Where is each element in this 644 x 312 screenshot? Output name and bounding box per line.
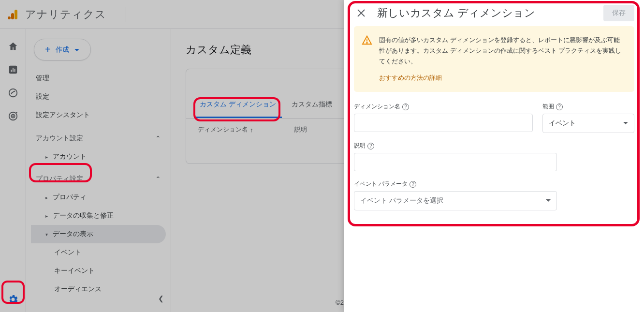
divider bbox=[126, 7, 126, 22]
description-input[interactable] bbox=[354, 153, 557, 171]
svg-rect-6 bbox=[11, 70, 12, 72]
nav-property-section[interactable]: プロパティ設定 ⌃ bbox=[31, 170, 166, 188]
svg-rect-0 bbox=[15, 10, 17, 19]
close-icon bbox=[357, 9, 366, 17]
dimension-name-input[interactable] bbox=[354, 114, 533, 132]
help-icon[interactable]: ? bbox=[556, 104, 563, 110]
panel-header: 新しいカスタム ディメンション 保存 bbox=[344, 0, 644, 26]
svg-point-2 bbox=[8, 16, 11, 19]
nav-data-collection[interactable]: ▸データの収集と修正 bbox=[31, 207, 166, 225]
help-icon[interactable]: ? bbox=[410, 181, 416, 188]
arrow-right-icon: ▸ bbox=[45, 213, 48, 219]
field-label: イベント パラメータ? bbox=[354, 180, 557, 188]
section-label: アカウント設定 bbox=[36, 134, 83, 143]
panel-title: 新しいカスタム ディメンション bbox=[377, 6, 595, 20]
collapse-nav-icon[interactable]: ❮ bbox=[158, 295, 164, 302]
nav-account-section[interactable]: アカウント設定 ⌃ bbox=[31, 129, 166, 148]
chevron-down-icon bbox=[546, 198, 551, 203]
save-button[interactable]: 保存 bbox=[603, 5, 634, 21]
param-placeholder: イベント パラメータを選択 bbox=[360, 196, 443, 205]
panel-body: 固有の値が多いカスタム ディメンションを登録すると、レポートに悪影響が及ぶ可能性… bbox=[344, 26, 644, 229]
svg-point-18 bbox=[366, 43, 367, 43]
nav-key-events[interactable]: キーイベント bbox=[31, 262, 166, 280]
chevron-up-icon: ⌃ bbox=[155, 175, 161, 183]
nav-property[interactable]: ▸プロパティ bbox=[31, 188, 166, 207]
admin-nav: + 作成 管理 設定 設定アシスタント アカウント設定 ⌃ ▸アカウント プロパ… bbox=[26, 29, 171, 312]
col-dimension-name[interactable]: ディメンション名↑ bbox=[198, 125, 294, 134]
warning-icon bbox=[362, 35, 372, 45]
plus-icon: + bbox=[45, 44, 51, 55]
explore-icon[interactable] bbox=[7, 87, 19, 99]
tab-custom-dimensions[interactable]: カスタム ディメンション bbox=[194, 92, 282, 118]
create-label: 作成 bbox=[56, 45, 69, 54]
arrow-down-icon: ▾ bbox=[45, 232, 48, 237]
chevron-up-icon: ⌃ bbox=[155, 134, 161, 142]
new-dimension-panel: 新しいカスタム ディメンション 保存 固有の値が多いカスタム ディメンションを登… bbox=[344, 0, 644, 312]
arrow-right-icon: ▸ bbox=[45, 195, 48, 200]
nav-data-display[interactable]: ▾データの表示 bbox=[31, 225, 166, 243]
field-label: 説明? bbox=[354, 142, 557, 150]
svg-rect-8 bbox=[14, 69, 15, 72]
field-scope: 範囲? イベント bbox=[542, 103, 634, 133]
svg-point-12 bbox=[13, 116, 14, 117]
field-dimension-name: ディメンション名? bbox=[354, 103, 533, 133]
warning-text: 固有の値が多いカスタム ディメンションを登録すると、レポートに悪影響が及ぶ可能性… bbox=[379, 35, 625, 67]
svg-point-9 bbox=[9, 89, 17, 97]
create-button[interactable]: + 作成 bbox=[34, 39, 91, 60]
field-label: 範囲? bbox=[542, 103, 634, 111]
scope-value: イベント bbox=[549, 119, 576, 128]
field-event-param: イベント パラメータ? イベント パラメータを選択 bbox=[354, 180, 557, 210]
help-icon[interactable]: ? bbox=[367, 143, 374, 149]
svg-rect-1 bbox=[11, 13, 14, 19]
col-description: 説明 bbox=[294, 125, 307, 134]
tab-custom-metrics[interactable]: カスタム指標 bbox=[286, 92, 338, 118]
help-icon[interactable]: ? bbox=[402, 104, 409, 110]
logo: アナリティクス bbox=[8, 7, 106, 22]
nav-settings[interactable]: 設定 bbox=[31, 88, 166, 106]
reports-icon[interactable] bbox=[7, 64, 19, 75]
arrow-right-icon: ▸ bbox=[45, 154, 48, 160]
field-label: ディメンション名? bbox=[354, 103, 533, 111]
advertising-icon[interactable] bbox=[7, 110, 19, 122]
nav-setup-assistant[interactable]: 設定アシスタント bbox=[31, 106, 166, 124]
event-param-select[interactable]: イベント パラメータを選択 bbox=[354, 191, 557, 210]
svg-rect-7 bbox=[13, 68, 14, 72]
warning-box: 固有の値が多いカスタム ディメンションを登録すると、レポートに悪影響が及ぶ可能性… bbox=[354, 26, 634, 92]
sort-up-icon: ↑ bbox=[250, 126, 253, 134]
analytics-logo-icon bbox=[8, 9, 19, 20]
close-panel-button[interactable] bbox=[354, 6, 368, 20]
scope-select[interactable]: イベント bbox=[542, 114, 634, 133]
app-name: アナリティクス bbox=[25, 7, 106, 22]
chevron-down-icon bbox=[74, 47, 80, 53]
nav-audiences[interactable]: オーディエンス bbox=[31, 280, 166, 298]
field-description: 説明? bbox=[354, 142, 557, 171]
left-rail bbox=[0, 29, 26, 312]
chevron-down-icon bbox=[623, 121, 628, 126]
nav-admin[interactable]: 管理 bbox=[31, 69, 166, 88]
admin-gear-icon[interactable] bbox=[7, 294, 19, 305]
warning-link[interactable]: おすすめの方法の詳細 bbox=[379, 74, 625, 82]
section-label: プロパティ設定 bbox=[36, 175, 83, 183]
home-icon[interactable] bbox=[7, 41, 19, 52]
nav-account[interactable]: ▸アカウント bbox=[31, 148, 166, 166]
nav-events[interactable]: イベント bbox=[31, 243, 166, 262]
